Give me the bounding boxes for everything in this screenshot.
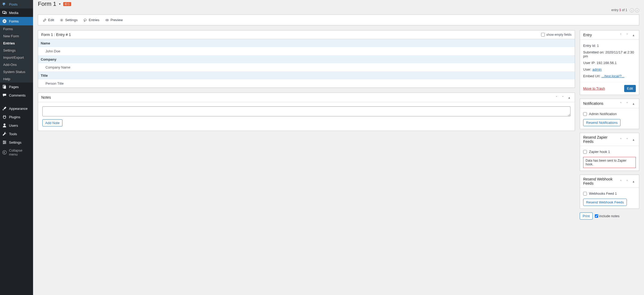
forms-icon	[2, 19, 7, 24]
resend-notifications-button[interactable]: Resend Notifications	[583, 119, 620, 126]
notifications-panel: Notifications ˄ ˅ ▴ Admin Notification R…	[580, 99, 639, 129]
menu-media[interactable]: Media	[0, 8, 33, 17]
menu-label: Plugins	[9, 115, 20, 119]
move-to-trash-link[interactable]: Move to Trash	[583, 87, 605, 90]
include-notes-checkbox[interactable]	[595, 214, 598, 218]
page-title: Form 1	[38, 1, 56, 7]
move-down-icon[interactable]: ˅	[625, 137, 629, 142]
media-icon	[2, 10, 7, 15]
menu-label: Settings	[9, 140, 21, 144]
menu-label: Comments	[9, 93, 26, 97]
brush-icon	[2, 106, 7, 111]
menu-label: Users	[9, 124, 18, 128]
submenu-help[interactable]: Help	[0, 75, 33, 83]
move-up-icon[interactable]: ˄	[618, 179, 623, 184]
page-header: Form 1 ▾ ID:1	[38, 0, 639, 7]
show-empty-toggle[interactable]: show empty fields	[541, 33, 572, 37]
notification-checkbox[interactable]	[583, 112, 587, 116]
submenu-addons[interactable]: Add-Ons	[0, 61, 33, 68]
svg-rect-2	[3, 21, 5, 22]
menu-label: Tools	[9, 132, 17, 136]
print-button[interactable]: Print	[580, 212, 593, 220]
comments-icon	[2, 93, 7, 98]
pages-icon	[2, 84, 7, 89]
field-label: Company	[38, 56, 575, 63]
collapse-icon	[2, 150, 7, 155]
menu-appearance[interactable]: Appearance	[0, 104, 33, 113]
note-input[interactable]	[42, 106, 570, 116]
submenu-system-status[interactable]: System Status	[0, 68, 33, 75]
menu-comments[interactable]: Comments	[0, 91, 33, 99]
move-down-icon[interactable]: ˅	[625, 179, 629, 184]
tab-preview[interactable]: Preview	[105, 15, 123, 25]
entry-meta-panel: Entry ˄ ˅ ▴ Entry Id: 1 Submitted on: 20…	[580, 30, 639, 95]
tab-entries[interactable]: Entries	[83, 15, 100, 25]
move-up-icon[interactable]: ˄	[618, 101, 623, 106]
menu-label: Posts	[9, 2, 18, 6]
tab-edit[interactable]: Edit	[42, 15, 54, 25]
menu-settings[interactable]: Settings	[0, 138, 33, 147]
svg-point-10	[61, 19, 62, 20]
tab-settings[interactable]: Settings	[59, 15, 78, 25]
resend-webhook-button[interactable]: Resend Webhook Feeds	[583, 199, 627, 206]
menu-label: Media	[9, 11, 18, 15]
pin-icon	[2, 2, 7, 7]
menu-label: Appearance	[9, 107, 28, 111]
form-switcher[interactable]: ▾	[59, 2, 61, 6]
move-up-icon[interactable]: ˄	[554, 95, 559, 100]
svg-point-0	[3, 19, 6, 23]
field-label: Name	[38, 39, 575, 47]
collapse-icon[interactable]: ▴	[631, 101, 636, 106]
zapier-panel: Resend Zapier Feeds ˄ ˅ ▴ Zapier hook 1 …	[580, 133, 639, 171]
bubble-icon	[83, 18, 87, 22]
entry-details-title: Form 1 : Entry # 1	[41, 33, 71, 37]
add-note-button[interactable]: Add Note	[42, 119, 62, 126]
field-value: John Doe	[38, 47, 575, 56]
submenu-settings[interactable]: Settings	[0, 47, 33, 54]
pager-next[interactable]: ›	[635, 8, 639, 12]
submenu-entries[interactable]: Entries	[0, 40, 33, 47]
entry-user-link[interactable]: admin	[592, 67, 602, 71]
zapier-status-message: Data has been sent to Zapier hook.	[583, 157, 636, 168]
include-notes-toggle[interactable]: include notes	[595, 214, 620, 218]
main-content: Form 1 ▾ ID:1 entry 1 of 1 ‹ › Edit Sett…	[33, 0, 644, 295]
move-up-icon[interactable]: ˄	[618, 137, 623, 142]
form-id-badge: ID:1	[63, 2, 71, 6]
show-empty-checkbox[interactable]	[541, 33, 545, 37]
menu-collapse[interactable]: Collapse menu	[0, 147, 33, 158]
edit-entry-button[interactable]: Edit	[624, 85, 636, 92]
admin-sidebar: Posts Media Forms Forms New Form Entries…	[0, 0, 33, 295]
menu-users[interactable]: Users	[0, 121, 33, 130]
menu-tools[interactable]: Tools	[0, 130, 33, 138]
plug-icon	[2, 115, 7, 119]
move-up-icon[interactable]: ˄	[618, 33, 623, 37]
svg-point-8	[3, 143, 4, 144]
move-down-icon[interactable]: ˅	[560, 95, 565, 100]
move-down-icon[interactable]: ˅	[625, 101, 629, 106]
collapse-icon[interactable]: ▴	[567, 95, 572, 100]
gear-icon	[60, 18, 63, 22]
entry-meta-title: Entry	[583, 33, 592, 37]
collapse-icon[interactable]: ▴	[631, 33, 636, 37]
eye-icon	[105, 18, 109, 22]
submenu-forms-list[interactable]: Forms	[0, 25, 33, 33]
move-down-icon[interactable]: ˅	[625, 33, 629, 37]
menu-posts[interactable]: Posts	[0, 0, 33, 8]
menu-label: Pages	[9, 85, 19, 89]
menu-plugins[interactable]: Plugins	[0, 113, 33, 121]
sliders-icon	[2, 140, 7, 145]
menu-pages[interactable]: Pages	[0, 83, 33, 91]
menu-forms[interactable]: Forms	[0, 17, 33, 25]
pager-prev[interactable]: ‹	[630, 8, 634, 12]
svg-point-13	[107, 20, 108, 21]
webhook-feed-checkbox[interactable]	[583, 192, 587, 196]
collapse-icon[interactable]: ▴	[631, 179, 636, 184]
submenu-new-form[interactable]: New Form	[0, 33, 33, 40]
collapse-icon[interactable]: ▴	[631, 137, 636, 142]
submenu-import-export[interactable]: Import/Export	[0, 54, 33, 61]
svg-point-5	[3, 124, 5, 125]
svg-point-11	[84, 19, 86, 21]
zapier-feed-checkbox[interactable]	[583, 150, 587, 154]
svg-rect-4	[4, 86, 6, 89]
entry-embed-link[interactable]: .../test.local/?...	[601, 74, 624, 78]
